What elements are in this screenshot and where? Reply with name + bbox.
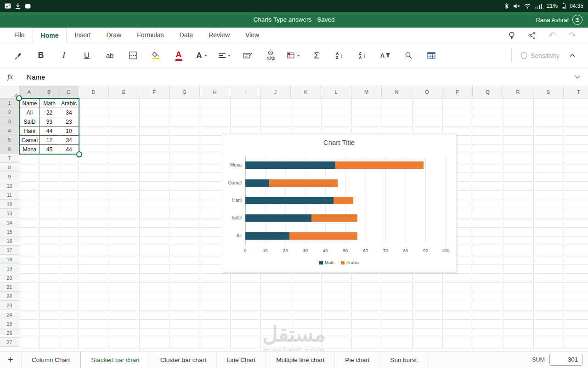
column-header-F[interactable]: F — [139, 86, 170, 98]
number-format-button[interactable]: 123 — [259, 46, 282, 65]
column-header-G[interactable]: G — [170, 86, 200, 98]
ribbon-tab-data[interactable]: Data — [172, 28, 201, 43]
cell-B4[interactable]: 44 — [40, 126, 59, 136]
formula-input[interactable]: Name — [20, 73, 45, 81]
selection-handle-bottom-right[interactable] — [76, 151, 82, 157]
sort-descending-button[interactable]: ZA ↓ — [351, 46, 374, 65]
user-area[interactable]: Rana Ashraf — [536, 12, 582, 28]
cell-B1[interactable]: Math — [40, 99, 59, 108]
bar-math-mona[interactable] — [245, 161, 335, 169]
column-header-J[interactable]: J — [260, 86, 291, 98]
borders-button[interactable] — [121, 46, 144, 65]
underline-button[interactable]: U — [75, 46, 98, 65]
column-header-D[interactable]: D — [79, 86, 109, 98]
bar-math-sald[interactable] — [245, 214, 311, 222]
column-header-K[interactable]: K — [291, 86, 321, 98]
cell-A5[interactable]: Gamal — [20, 136, 40, 145]
italic-button[interactable]: I — [52, 46, 75, 65]
cell-C1[interactable]: Arabic — [59, 99, 79, 108]
bar-arabic-sald[interactable] — [311, 214, 357, 222]
cell-C3[interactable]: 23 — [59, 117, 79, 126]
cell-A3[interactable]: SalD — [20, 117, 40, 126]
x-tick-label: 70 — [379, 248, 392, 253]
redo-icon[interactable]: ↷ — [569, 31, 576, 40]
sheet-tab-sun-burst[interactable]: Sun burst — [380, 351, 428, 368]
selection-handle-top-left[interactable] — [16, 95, 22, 101]
cell-B5[interactable]: 12 — [40, 136, 59, 145]
download-icon — [15, 3, 21, 9]
sheet-tab-pie-chart[interactable]: Pie chart — [335, 351, 380, 368]
sheet-tab-multiple-line-chart[interactable]: Multiple line chart — [266, 351, 335, 368]
add-sheet-button[interactable]: + — [0, 351, 21, 368]
font-color-button[interactable]: A — [167, 46, 190, 65]
sheet-tab-line-chart[interactable]: Line Chart — [217, 351, 266, 368]
column-header-Q[interactable]: Q — [473, 86, 503, 98]
column-header-B[interactable]: B — [40, 86, 59, 98]
ribbon-tab-formulas[interactable]: Formulas — [129, 28, 171, 43]
cell-A1[interactable]: Name — [20, 99, 40, 108]
avatar[interactable] — [572, 15, 582, 25]
bar-math-ali[interactable] — [245, 232, 289, 240]
column-header-A[interactable]: A — [19, 86, 40, 98]
column-header-T[interactable]: T — [564, 86, 588, 98]
bar-math-hani[interactable] — [245, 197, 334, 204]
cell-C4[interactable]: 10 — [59, 126, 79, 136]
autosum-button[interactable]: Σ — [305, 46, 328, 65]
sensitivity-button[interactable]: Sensitivity — [517, 52, 563, 59]
font-options-button[interactable]: A — [190, 46, 213, 65]
chart-object[interactable]: Chart Title 0102030405060708090100AliSal… — [222, 133, 456, 272]
sort-ascending-button[interactable]: AZ ↓ — [328, 46, 351, 65]
column-header-P[interactable]: P — [442, 86, 473, 98]
bar-arabic-mona[interactable] — [335, 161, 424, 169]
cell-A4[interactable]: Hani — [20, 126, 40, 136]
sum-value-box[interactable]: 301 — [549, 354, 582, 366]
column-header-R[interactable]: R — [503, 86, 533, 98]
bar-arabic-ali[interactable] — [289, 232, 357, 240]
column-header-N[interactable]: N — [382, 86, 412, 98]
format-painter-button[interactable] — [6, 46, 29, 65]
collapse-ribbon-button[interactable] — [563, 46, 582, 65]
ribbon-tab-review[interactable]: Review — [201, 28, 237, 43]
expand-formula-bar-button[interactable] — [574, 75, 588, 79]
tell-me-lightbulb-icon[interactable] — [508, 31, 515, 40]
spreadsheet-grid[interactable]: ABCDEFGHIJKLMNOPQRST 1234567891011121314… — [0, 86, 588, 351]
bar-math-gamal[interactable] — [245, 179, 269, 187]
undo-icon[interactable]: ↶ — [548, 31, 556, 40]
ribbon-tab-insert[interactable]: Insert — [67, 28, 98, 43]
sheet-tab-stacked-bar-chart[interactable]: Stacked bar chart — [80, 351, 150, 368]
column-header-H[interactable]: H — [200, 86, 230, 98]
cell-B3[interactable]: 33 — [40, 117, 59, 126]
bold-button[interactable]: B — [29, 46, 52, 65]
column-header-I[interactable]: I — [230, 86, 260, 98]
ribbon-tab-view[interactable]: View — [237, 28, 267, 43]
column-header-M[interactable]: M — [351, 86, 382, 98]
column-header-L[interactable]: L — [321, 86, 351, 98]
cell-A6[interactable]: Mona — [20, 145, 40, 154]
cell-B2[interactable]: 22 — [40, 108, 59, 117]
column-header-E[interactable]: E — [109, 86, 139, 98]
delete-cells-button[interactable] — [282, 46, 305, 65]
freeze-table-button[interactable] — [420, 46, 443, 65]
sheet-tab-cluster-bar-chart[interactable]: Cluster bar chart — [150, 351, 217, 368]
ribbon-tab-draw[interactable]: Draw — [98, 28, 129, 43]
search-button[interactable] — [397, 46, 420, 65]
cell-A2[interactable]: Ali — [20, 108, 40, 117]
column-header-C[interactable]: C — [59, 86, 79, 98]
sort-filter-button[interactable]: A — [374, 46, 397, 65]
wifi-icon — [524, 3, 531, 9]
sheet-tab-column-chart[interactable]: Column Chart — [21, 351, 80, 368]
ribbon-tab-home[interactable]: Home — [33, 28, 67, 43]
cell-C2[interactable]: 34 — [59, 108, 79, 117]
fill-color-button[interactable] — [144, 46, 167, 65]
cell-B6[interactable]: 45 — [40, 145, 59, 154]
cell-C5[interactable]: 34 — [59, 136, 79, 145]
strikethrough-button[interactable]: ab — [98, 46, 121, 65]
ribbon-tab-file[interactable]: File — [6, 28, 33, 43]
column-header-S[interactable]: S — [533, 86, 564, 98]
bar-arabic-hani[interactable] — [334, 197, 354, 204]
keyboard-edit-button[interactable] — [236, 46, 259, 65]
column-header-O[interactable]: O — [412, 86, 442, 98]
share-icon[interactable] — [528, 32, 536, 39]
bar-arabic-gamal[interactable] — [269, 179, 337, 187]
alignment-button[interactable] — [213, 46, 236, 65]
